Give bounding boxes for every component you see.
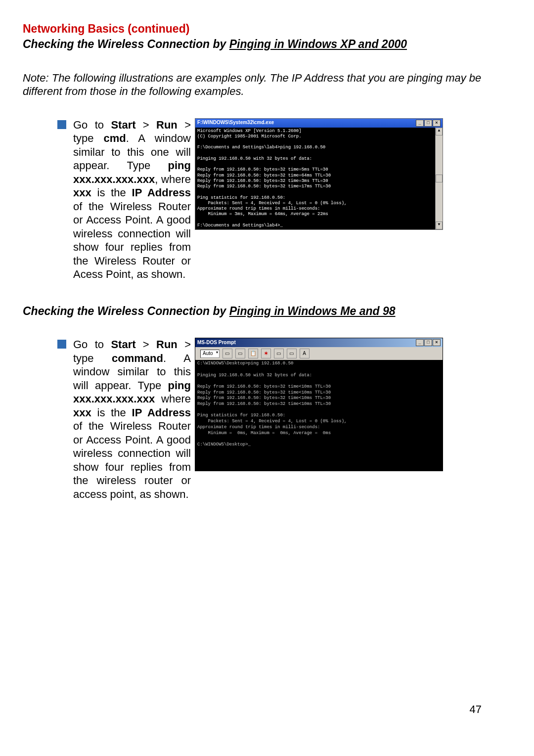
b: Run: [156, 119, 178, 131]
toolbar-button[interactable]: ▭: [274, 349, 284, 358]
cmd-titlebar[interactable]: F:\WINDOWS\System32\cmd.exe _ □ ×: [195, 119, 443, 128]
subheading-text: Checking the Wireless Connection by: [23, 38, 229, 50]
minimize-button[interactable]: _: [416, 339, 424, 346]
dos-title-text: MS-DOS Prompt: [197, 340, 236, 346]
minimize-button[interactable]: _: [416, 120, 424, 127]
bullet-column: Go to Start > Run > type command. A wind…: [23, 338, 191, 501]
bullet-text-xp: Go to Start > Run > type cmd. A window s…: [73, 118, 191, 281]
subheading-underline: Pinging in Windows XP and 2000: [229, 38, 407, 50]
b: Start: [111, 119, 135, 131]
t: where: [155, 393, 191, 405]
subsection-heading-xp: Checking the Wireless Connection by Ping…: [23, 37, 511, 51]
subheading-underline: Pinging in Windows Me and 98: [229, 305, 396, 317]
toolbar-button[interactable]: ▭: [287, 349, 297, 358]
b: xxx: [73, 406, 91, 419]
t: Go to: [73, 338, 111, 351]
section-xp: Go to Start > Run > type cmd. A window s…: [23, 118, 511, 281]
b: Start: [111, 338, 135, 351]
bullet-text-me: Go to Start > Run > type command. A wind…: [73, 338, 191, 501]
maximize-button[interactable]: □: [424, 120, 432, 127]
scroll-down-icon[interactable]: ▼: [436, 222, 443, 229]
close-button[interactable]: ×: [433, 339, 441, 346]
t: Go to: [73, 119, 111, 131]
close-button[interactable]: ×: [433, 120, 441, 127]
cmd-output: Microsoft Windows XP [Version 5.1.2600] …: [195, 128, 435, 230]
t: is the: [91, 186, 132, 199]
b: xxx: [73, 186, 91, 199]
t: of the Wireless Router or Access Point. …: [73, 200, 191, 281]
section-heading: Networking Basics (continued): [23, 22, 511, 36]
t: of the Wireless Router or Access Point. …: [73, 420, 191, 500]
page-number: 47: [470, 703, 482, 716]
dos-titlebar[interactable]: MS-DOS Prompt _ □ ×: [195, 338, 443, 347]
cmd-screenshot: F:\WINDOWS\System32\cmd.exe _ □ × Micros…: [195, 118, 511, 230]
t: , where: [155, 173, 191, 185]
subsection-heading-me: Checking the Wireless Connection by Ping…: [23, 304, 511, 318]
b: IP Address: [132, 186, 191, 199]
dos-screenshot: MS-DOS Prompt _ □ × Auto ▭ ▭ 📋 ✶ ▭ ▭ A C…: [195, 338, 511, 471]
subheading-text: Checking the Wireless Connection by: [23, 305, 229, 317]
b: cmd: [103, 132, 126, 144]
scrollbar[interactable]: ▲ ▼: [435, 128, 443, 230]
scroll-up-icon[interactable]: ▲: [436, 128, 443, 135]
font-size-combo[interactable]: Auto: [200, 350, 220, 358]
t: is the: [91, 406, 132, 419]
maximize-button[interactable]: □: [424, 339, 432, 346]
cmd-window: F:\WINDOWS\System32\cmd.exe _ □ × Micros…: [195, 118, 443, 230]
bullet-column: Go to Start > Run > type cmd. A window s…: [23, 118, 191, 281]
t: >: [136, 338, 157, 351]
b: command: [112, 352, 163, 364]
cmd-title-text: F:\WINDOWS\System32\cmd.exe: [197, 120, 274, 126]
toolbar-button[interactable]: ▭: [235, 349, 245, 358]
toolbar-button[interactable]: ✶: [261, 349, 271, 358]
scroll-thumb[interactable]: [436, 175, 443, 182]
toolbar-button[interactable]: 📋: [248, 349, 258, 358]
toolbar-font-button[interactable]: A: [300, 349, 310, 358]
dos-output: C:\WINDOWS\Desktop>ping 192.168.0.50 Pin…: [195, 360, 443, 471]
b: IP Address: [132, 406, 191, 419]
dos-window: MS-DOS Prompt _ □ × Auto ▭ ▭ 📋 ✶ ▭ ▭ A C…: [195, 338, 443, 471]
bullet-icon: [57, 340, 66, 349]
b: Run: [156, 338, 178, 351]
note-paragraph: Note: The following illustrations are ex…: [23, 71, 511, 98]
bullet-icon: [57, 120, 66, 129]
dos-toolbar: Auto ▭ ▭ 📋 ✶ ▭ ▭ A: [195, 347, 443, 360]
section-me: Go to Start > Run > type command. A wind…: [23, 338, 511, 501]
t: >: [136, 119, 157, 131]
toolbar-button[interactable]: ▭: [222, 349, 232, 358]
